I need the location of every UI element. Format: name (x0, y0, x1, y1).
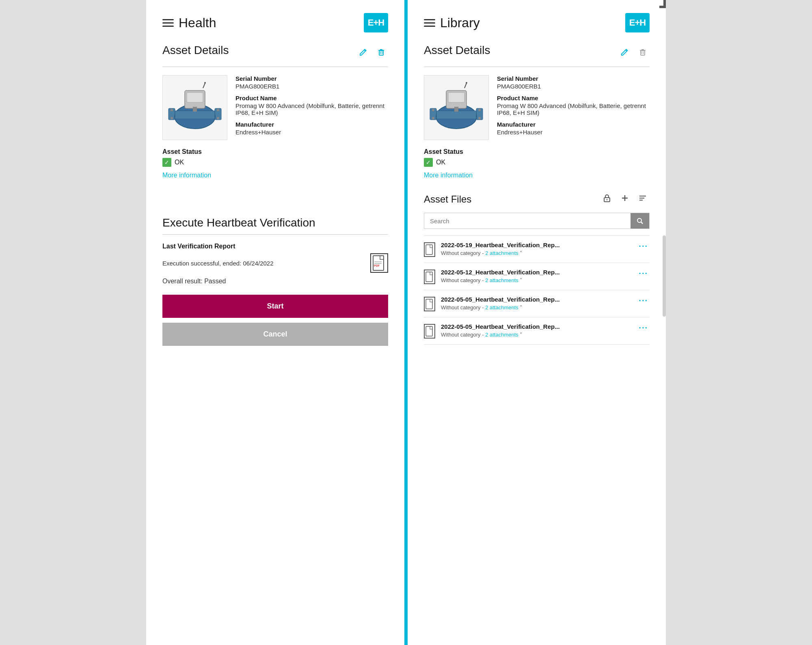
delete-button-left[interactable] (374, 46, 388, 60)
edit-button-right[interactable] (618, 46, 632, 60)
list-item: 2022-05-19_Heartbeat_Verification_Rep...… (424, 236, 650, 263)
file-details-3: 2022-05-05_Heartbeat_Verification_Rep...… (441, 323, 631, 338)
file-details-2: 2022-05-05_Heartbeat_Verification_Rep...… (441, 296, 631, 311)
asset-image-right (424, 75, 489, 140)
file-menu-2[interactable]: ··· (637, 296, 650, 305)
execution-text: Execution successful, ended: 06/24/2022 (162, 260, 274, 267)
list-item: 2022-05-12_Heartbeat_Verification_Rep...… (424, 263, 650, 290)
file-meta-0: Without category - 2 attachments ˅ (441, 250, 631, 256)
status-text-left: OK (175, 159, 184, 166)
library-panel-header: Library E+H (424, 13, 650, 32)
hamburger-menu-icon-right[interactable] (424, 19, 435, 27)
manufacturer-value-left: Endress+Hauser (235, 129, 388, 136)
svg-rect-13 (193, 107, 197, 112)
file-name-1: 2022-05-12_Heartbeat_Verification_Rep... (441, 269, 631, 276)
file-icon-1 (424, 270, 435, 284)
product-value-right: Promag W 800 Advanced (Mobilfunk, Batter… (497, 102, 650, 116)
asset-status-label-right: Asset Status (424, 148, 650, 155)
heartbeat-section: Execute Heartbeat Verification Last Veri… (162, 216, 388, 346)
search-bar (424, 213, 650, 229)
start-button[interactable]: Start (162, 295, 388, 318)
health-panel-header: Health E+H (162, 13, 388, 32)
health-title-group: Health (162, 15, 216, 30)
svg-point-24 (432, 117, 434, 119)
asset-details-title-right: Asset Details (424, 44, 490, 57)
search-input[interactable] (424, 213, 631, 229)
file-icon-0 (424, 242, 435, 257)
manufacturer-label-left: Manufacturer (235, 121, 388, 128)
svg-rect-43 (426, 299, 432, 309)
svg-rect-42 (426, 272, 432, 282)
svg-point-12 (204, 82, 206, 84)
svg-point-7 (217, 109, 219, 111)
svg-line-40 (641, 222, 643, 224)
asset-fields-right: Serial Number PMAG800ERB1 Product Name P… (497, 75, 650, 140)
eh-logo-right: E+H (625, 13, 650, 32)
svg-point-25 (478, 109, 481, 111)
svg-rect-4 (175, 111, 215, 119)
scrollbar[interactable] (663, 235, 666, 317)
svg-rect-0 (379, 51, 383, 55)
manufacturer-value-right: Endress+Hauser (497, 129, 650, 136)
lock-icon[interactable] (600, 192, 614, 206)
file-list: 2022-05-19_Heartbeat_Verification_Rep...… (424, 235, 650, 345)
svg-point-26 (478, 117, 481, 119)
svg-rect-22 (436, 111, 476, 119)
product-value-left: Promag W 800 Advanced (Mobilfunk, Batter… (235, 102, 388, 116)
file-menu-1[interactable]: ··· (637, 269, 650, 278)
attachment-link-2[interactable]: 2 attachments (485, 304, 518, 311)
product-label-right: Product Name (497, 95, 650, 101)
sort-button[interactable] (636, 192, 650, 206)
asset-files-header: Asset Files (424, 192, 650, 206)
asset-files-actions (600, 192, 650, 206)
asset-details-header-right: Asset Details (424, 44, 650, 67)
asset-fields-left: Serial Number PMAG800ERB1 Product Name P… (235, 75, 388, 140)
attachment-link-1[interactable]: 2 attachments (485, 277, 518, 283)
add-file-button[interactable] (618, 192, 632, 206)
more-info-link-right[interactable]: More information (424, 172, 473, 179)
asset-files-section: Asset Files (424, 192, 650, 345)
status-text-right: OK (436, 159, 445, 166)
serial-label-right: Serial Number (497, 75, 650, 82)
search-button[interactable] (631, 213, 649, 229)
list-item: 2022-05-05_Heartbeat_Verification_Rep...… (424, 317, 650, 345)
status-ok-left: ✓ OK (162, 158, 388, 167)
delete-button-right[interactable] (636, 46, 650, 60)
pdf-icon[interactable]: PDF (370, 253, 388, 273)
hamburger-menu-icon[interactable] (162, 19, 174, 27)
asset-info-right: Serial Number PMAG800ERB1 Product Name P… (424, 75, 650, 140)
last-report-label: Last Verification Report (162, 243, 388, 250)
svg-point-23 (432, 109, 434, 111)
file-details-0: 2022-05-19_Heartbeat_Verification_Rep...… (441, 242, 631, 256)
library-title-group: Library (424, 15, 480, 30)
attachment-link-3[interactable]: 2 attachments (485, 332, 518, 338)
file-meta-3: Without category - 2 attachments ˅ (441, 332, 631, 338)
svg-text:PDF: PDF (374, 264, 380, 267)
library-title: Library (440, 15, 480, 30)
svg-point-5 (171, 109, 173, 111)
file-icon-2 (424, 297, 435, 311)
file-icon-3 (424, 324, 435, 339)
svg-rect-18 (641, 51, 645, 55)
file-menu-3[interactable]: ··· (637, 323, 650, 332)
check-icon-left: ✓ (162, 158, 171, 167)
asset-detail-actions-left (356, 46, 388, 60)
svg-point-39 (637, 218, 641, 222)
file-meta-2: Without category - 2 attachments ˅ (441, 304, 631, 311)
file-details-1: 2022-05-12_Heartbeat_Verification_Rep...… (441, 269, 631, 283)
svg-point-6 (171, 117, 173, 119)
eh-logo-left: E+H (364, 13, 388, 32)
cancel-button[interactable]: Cancel (162, 323, 388, 346)
more-info-link-left[interactable]: More information (162, 172, 211, 179)
file-menu-0[interactable]: ··· (637, 242, 650, 251)
asset-status-right: Asset Status ✓ OK (424, 148, 650, 167)
asset-info-left: Serial Number PMAG800ERB1 Product Name P… (162, 75, 388, 140)
attachment-link-0[interactable]: 2 attachments (485, 250, 518, 256)
status-ok-right: ✓ OK (424, 158, 650, 167)
svg-rect-31 (454, 107, 458, 112)
manufacturer-label-right: Manufacturer (497, 121, 650, 128)
serial-value-right: PMAG800ERB1 (497, 83, 650, 90)
edit-button-left[interactable] (356, 46, 370, 60)
product-label-left: Product Name (235, 95, 388, 101)
asset-details-title-left: Asset Details (162, 44, 229, 57)
